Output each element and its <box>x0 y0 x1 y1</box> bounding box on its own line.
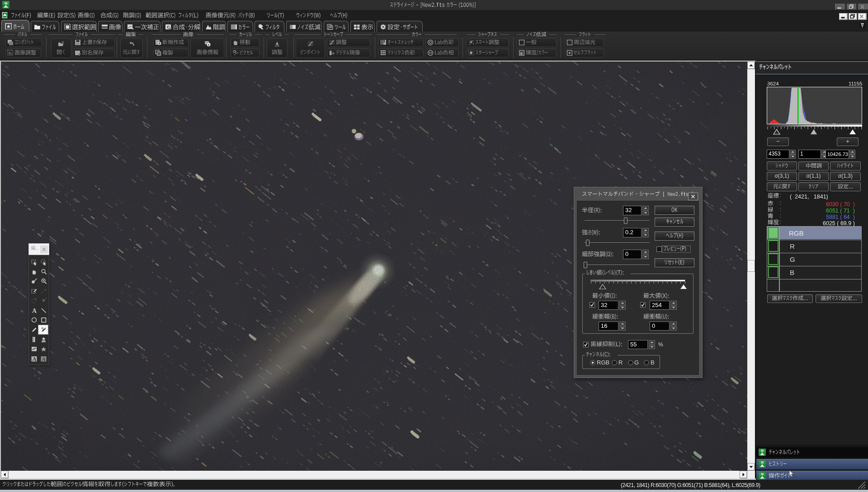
svg-text:SI: SI <box>5 2 8 5</box>
svg-text:A: A <box>32 356 36 362</box>
svg-text:SI: SI <box>761 449 764 452</box>
svg-text:SI: SI <box>761 473 764 476</box>
svg-text:?: ? <box>234 50 236 53</box>
svg-text:A: A <box>42 356 46 362</box>
svg-text:SI: SI <box>761 461 764 464</box>
svg-text:L: L <box>520 52 522 55</box>
svg-text:A: A <box>32 308 37 314</box>
